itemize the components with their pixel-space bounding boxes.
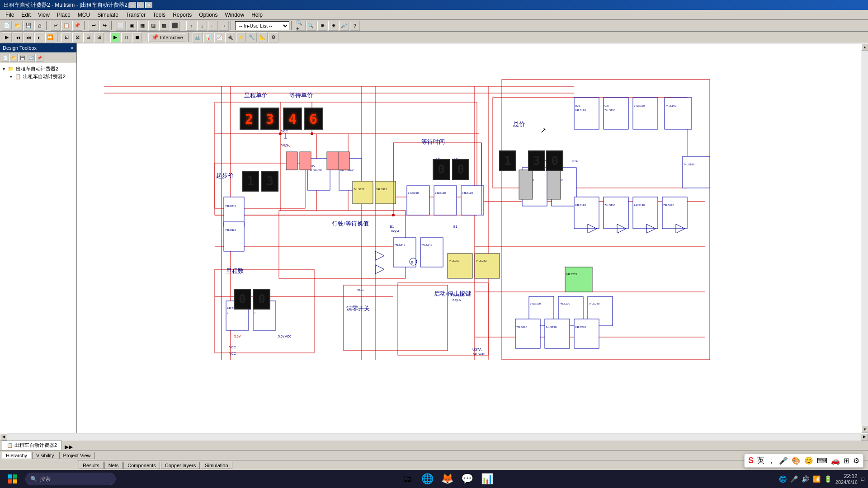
sim-tb4[interactable]: ⏯ [34,33,44,42]
toolbox-save[interactable]: 💾 [18,54,26,62]
canvas-area[interactable]: 74LS240 74LS322 123A 74LS240W 123B 74LS2… [77,43,861,433]
scroll-track-v[interactable] [861,51,868,426]
menu-reports[interactable]: Reports [169,11,195,19]
start-button[interactable] [4,471,22,487]
ime-logo[interactable]: S [748,456,754,465]
zoom-fit-btn[interactable]: ⊕ [317,21,327,31]
tb-btn7[interactable]: ↑ [186,21,196,31]
new-btn[interactable]: 📄 [2,21,12,31]
ime-emoji[interactable]: 😊 [804,456,813,465]
scroll-left-btn[interactable]: ◀ [0,433,7,441]
print-btn[interactable]: 🖨 [34,21,44,31]
taskbar-explorer[interactable]: 🗂 [398,471,416,487]
tree-root[interactable]: ▼ 📁 出租车自动计费器2 [2,65,75,73]
undo-btn[interactable]: ↩ [89,21,99,31]
taskbar-browser2[interactable]: 🦊 [438,471,456,487]
right-scrollbar[interactable]: ▲ ▼ [861,43,868,433]
mic-icon[interactable]: 🎤 [790,475,798,483]
tab-extra-btn[interactable]: ▶▶ [65,444,73,450]
analysis6[interactable]: 🔧 [247,33,257,42]
analysis1[interactable]: 🔬 [193,33,203,42]
analysis2[interactable]: 📊 [203,33,213,42]
minimize-button[interactable]: ─ [129,2,136,8]
pause-btn[interactable]: ⏸ [121,33,131,42]
taskbar-manager[interactable]: 📊 [478,471,496,487]
menu-help[interactable]: Help [248,11,266,19]
stop-btn[interactable]: ⏹ [132,33,142,42]
ime-voice[interactable]: 🎤 [779,456,788,465]
redo-btn[interactable]: ↪ [99,21,109,31]
sim-tb1[interactable]: ▶ [2,33,12,42]
notification-icon[interactable]: □ [861,476,864,482]
lang-icon[interactable]: 🌐 [779,475,787,483]
tree-child-item[interactable]: ▼ 📋 出租车自动计费器2 [9,73,75,80]
taskbar-chrome[interactable]: 🌐 [418,471,436,487]
menu-mcu[interactable]: MCU [74,11,94,19]
analysis4[interactable]: 🔌 [225,33,235,42]
tab-hierarchy[interactable]: Hierarchy [2,452,31,459]
menu-tools[interactable]: Tools [149,11,169,19]
cut-btn[interactable]: ✂ [51,21,61,31]
tab-copper-layers[interactable]: Copper layers [161,462,200,469]
speaker-icon[interactable]: 🔊 [802,475,809,483]
analysis3[interactable]: 📈 [214,33,224,42]
scroll-right-btn[interactable]: ▶ [861,433,868,441]
sim-tb2[interactable]: ⏮ [13,33,23,42]
save-btn[interactable]: 💾 [24,21,33,31]
analysis8[interactable]: ⚙ [269,33,278,42]
battery-icon[interactable]: 🔋 [824,475,832,483]
bottom-scrollbar[interactable]: ◀ ▶ [0,433,868,440]
ime-punct[interactable]: ， [768,456,775,465]
tab-nets[interactable]: Nets [104,462,123,469]
menu-edit[interactable]: Edit [18,11,34,19]
scroll-down-btn[interactable]: ▼ [861,426,868,433]
toolbox-open[interactable]: 📂 [9,54,18,62]
zoom-area-btn[interactable]: ⊞ [328,21,338,31]
sim-tb5[interactable]: ⏩ [45,33,55,42]
ime-skin[interactable]: 🎨 [792,456,801,465]
taskbar-messenger[interactable]: 💬 [458,471,476,487]
tab-visibility[interactable]: Visibility [32,452,58,459]
interactive-button[interactable]: 📌 Interactive [148,33,186,42]
scroll-track-h[interactable] [7,433,861,441]
title-bar-controls[interactable]: ─ □ ✕ [129,2,152,8]
tb-btn9[interactable]: ← [208,21,218,31]
in-use-list[interactable]: -- In-Use List -- [235,21,289,30]
tb-btn10[interactable]: → [219,21,229,31]
menu-simulate[interactable]: Simulate [94,11,122,19]
search-bar[interactable]: 🔍 搜索 [25,473,116,485]
ime-car[interactable]: 🚗 [831,456,840,465]
menu-file[interactable]: File [2,11,18,19]
network-icon[interactable]: 📶 [813,475,821,483]
tb-btn3[interactable]: ▦ [137,21,147,31]
probe4[interactable]: ⊞ [94,33,104,42]
toolbox-new[interactable]: 📄 [1,54,9,62]
tb-btn4[interactable]: ▨ [148,21,158,31]
tb-btn8[interactable]: ↓ [197,21,207,31]
zoom-in-btn[interactable]: 🔍+ [296,21,306,31]
ime-func1[interactable]: ⌨ [817,456,827,465]
probe2[interactable]: ⊠ [72,33,82,42]
play-btn[interactable]: ▶ [110,33,120,42]
ime-lang[interactable]: 英 [757,456,764,465]
toolbox-close[interactable]: × [71,45,74,51]
tab-project-view[interactable]: Project View [59,452,95,459]
analysis5[interactable]: ⚡ [236,33,246,42]
doc-tab-main[interactable]: 📋 出租车自动计费器2 [2,441,62,450]
search-btn[interactable]: 🔎 [339,21,349,31]
open-btn[interactable]: 📂 [13,21,23,31]
paste-btn[interactable]: 📌 [72,21,82,31]
menu-transfer[interactable]: Transfer [122,11,149,19]
tb-btn1[interactable]: ⬜ [116,21,126,31]
menu-window[interactable]: Window [222,11,248,19]
toolbox-pin[interactable]: 📌 [35,54,43,62]
menu-place[interactable]: Place [53,11,74,19]
tab-components[interactable]: Components [123,462,160,469]
ime-settings[interactable]: ⚙ [853,456,859,465]
restore-button[interactable]: □ [137,2,144,8]
datetime-display[interactable]: 22:12 2024/6/16 [835,473,858,485]
zoom-out-btn[interactable]: 🔍- [307,21,316,31]
close-button[interactable]: ✕ [145,2,152,8]
tb-btn5[interactable]: ▩ [159,21,169,31]
menu-options[interactable]: Options [195,11,221,19]
